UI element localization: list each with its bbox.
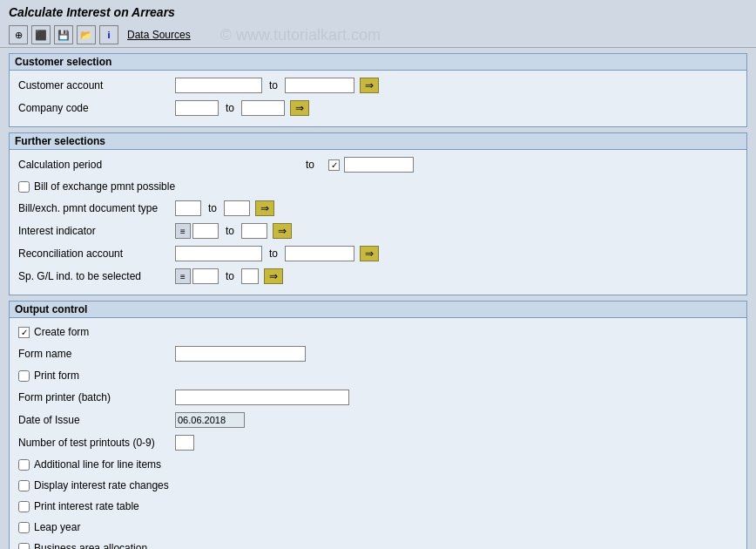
- bill-exch-pmnt-row: Bill/exch. pmnt document type to ⇒: [18, 199, 738, 218]
- interest-indicator-to[interactable]: [241, 223, 267, 239]
- toolbar-btn-2[interactable]: ⬛: [31, 25, 51, 44]
- form-printer-row: Form printer (batch): [18, 388, 738, 407]
- sp-gl-from[interactable]: [192, 268, 219, 284]
- calc-period-checkbox[interactable]: ✓: [328, 159, 340, 171]
- print-form-label: Print form: [34, 369, 79, 382]
- info-icon: i: [107, 30, 110, 40]
- toolbar-btn-1[interactable]: ⊕: [9, 25, 28, 44]
- calc-period-to-label: to: [306, 159, 314, 171]
- calculation-period-label: Calculation period: [18, 159, 175, 171]
- bill-exch-pmnt-from[interactable]: [175, 200, 201, 216]
- display-interest-row: Display interest rate changes: [18, 477, 738, 494]
- num-test-printouts-label: Number of test printouts (0-9): [18, 437, 175, 449]
- interest-indicator-arrow-btn[interactable]: ⇒: [273, 223, 292, 239]
- reconciliation-account-from[interactable]: [175, 246, 262, 261]
- reconciliation-to-label: to: [269, 247, 278, 260]
- leap-year-row: Leap year: [18, 518, 738, 536]
- print-form-row: Print form: [18, 367, 738, 384]
- form-name-label: Form name: [18, 348, 175, 360]
- form-name-input[interactable]: [175, 346, 306, 362]
- interest-indicator-match-btn[interactable]: ≡: [175, 223, 191, 239]
- sp-gl-arrow-btn[interactable]: ⇒: [264, 268, 283, 284]
- date-issue-row: Date of Issue: [18, 410, 738, 430]
- date-issue-input[interactable]: [175, 412, 245, 428]
- main-content: Customer selection Customer account to ⇒…: [0, 48, 756, 549]
- company-code-from[interactable]: [175, 100, 219, 116]
- display-interest-label: Display interest rate changes: [34, 479, 169, 491]
- additional-line-row: Additional line for line items: [18, 456, 738, 473]
- further-selections-body: Calculation period to ✓ Bill of exchange…: [10, 150, 746, 295]
- create-form-label: Create form: [34, 326, 89, 338]
- business-area-checkbox[interactable]: [18, 543, 30, 550]
- num-test-printouts-row: Number of test printouts (0-9): [18, 433, 738, 452]
- calculation-period-row: Calculation period to ✓: [18, 155, 738, 174]
- customer-account-arrow-btn[interactable]: ⇒: [360, 78, 379, 93]
- company-code-arrow-btn[interactable]: ⇒: [290, 100, 309, 116]
- output-control-title: Output control: [10, 302, 746, 318]
- print-interest-label: Print interest rate table: [34, 500, 139, 512]
- customer-account-from[interactable]: [175, 78, 262, 93]
- toolbar-btn-4[interactable]: 📂: [77, 25, 96, 44]
- customer-selection-body: Customer account to ⇒ Company code to ⇒: [10, 71, 746, 126]
- calculation-period-to[interactable]: [344, 157, 414, 173]
- leap-year-label: Leap year: [34, 521, 80, 533]
- execute-icon: ⬛: [35, 30, 47, 41]
- sp-gl-row: Sp. G/L ind. to be selected ≡ to ⇒: [18, 267, 738, 286]
- further-selections-section: Further selections Calculation period to…: [9, 132, 747, 295]
- create-form-row: ✓ Create form: [18, 323, 738, 341]
- output-control-body: ✓ Create form Form name Print form Form …: [10, 318, 746, 549]
- sp-gl-label: Sp. G/L ind. to be selected: [18, 270, 175, 282]
- toolbar: ⊕ ⬛ 💾 📂 i Data Sources © www.tutorialkar…: [0, 23, 756, 48]
- sp-gl-match-btn[interactable]: ≡: [175, 268, 191, 284]
- toolbar-btn-3[interactable]: 💾: [54, 25, 73, 44]
- reconciliation-account-row: Reconciliation account to ⇒: [18, 244, 738, 263]
- bill-exch-pmnt-label: Bill/exch. pmnt document type: [18, 202, 175, 214]
- form-printer-input[interactable]: [175, 390, 349, 405]
- interest-indicator-to-label: to: [226, 225, 234, 237]
- reconciliation-account-label: Reconciliation account: [18, 247, 175, 260]
- reconciliation-account-arrow-btn[interactable]: ⇒: [360, 246, 379, 261]
- num-test-printouts-input[interactable]: [175, 435, 194, 451]
- bill-exch-to-label: to: [208, 202, 217, 214]
- reconciliation-account-to[interactable]: [285, 246, 354, 261]
- print-form-checkbox[interactable]: [18, 370, 30, 382]
- leap-year-checkbox[interactable]: [18, 522, 30, 533]
- sp-gl-to[interactable]: [241, 268, 259, 284]
- create-form-checkbox[interactable]: ✓: [18, 327, 30, 338]
- watermark-text: © www.tutorialkart.com: [220, 26, 381, 44]
- save-icon: 💾: [57, 30, 70, 41]
- form-printer-label: Form printer (batch): [18, 391, 175, 403]
- print-interest-row: Print interest rate table: [18, 498, 738, 515]
- additional-line-label: Additional line for line items: [34, 458, 161, 471]
- customer-account-row: Customer account to ⇒: [18, 76, 738, 95]
- bill-exch-pmnt-arrow-btn[interactable]: ⇒: [255, 200, 274, 216]
- bill-exchange-checkbox[interactable]: [18, 181, 30, 193]
- company-code-row: Company code to ⇒: [18, 98, 738, 118]
- customer-account-label: Customer account: [18, 79, 175, 92]
- print-interest-checkbox[interactable]: [18, 501, 30, 512]
- bill-exch-pmnt-to[interactable]: [224, 200, 250, 216]
- date-issue-label: Date of Issue: [18, 414, 175, 426]
- toolbar-btn-5[interactable]: i: [99, 25, 118, 44]
- display-interest-checkbox[interactable]: [18, 480, 30, 491]
- customer-account-to[interactable]: [285, 78, 354, 93]
- back-icon: ⊕: [15, 30, 23, 41]
- sp-gl-to-label: to: [226, 270, 234, 282]
- business-area-label: Business area allocation: [34, 542, 147, 549]
- additional-line-checkbox[interactable]: [18, 459, 30, 471]
- retrieve-icon: 📂: [80, 30, 92, 41]
- customer-selection-title: Customer selection: [10, 54, 746, 71]
- company-code-to[interactable]: [241, 100, 285, 116]
- business-area-row: Business area allocation: [18, 539, 738, 549]
- bill-exchange-label: Bill of exchange pmnt possible: [34, 180, 175, 193]
- company-code-label: Company code: [18, 102, 175, 114]
- data-sources-link[interactable]: Data Sources: [127, 29, 191, 41]
- customer-selection-section: Customer selection Customer account to ⇒…: [9, 53, 747, 127]
- output-control-section: Output control ✓ Create form Form name P…: [9, 301, 747, 549]
- customer-account-to-label: to: [269, 79, 278, 92]
- company-code-to-label: to: [226, 102, 234, 114]
- page-title: Calculate Interest on Arrears: [0, 0, 756, 23]
- form-name-row: Form name: [18, 344, 738, 363]
- bill-exchange-row: Bill of exchange pmnt possible: [18, 178, 738, 195]
- interest-indicator-from[interactable]: [192, 223, 219, 239]
